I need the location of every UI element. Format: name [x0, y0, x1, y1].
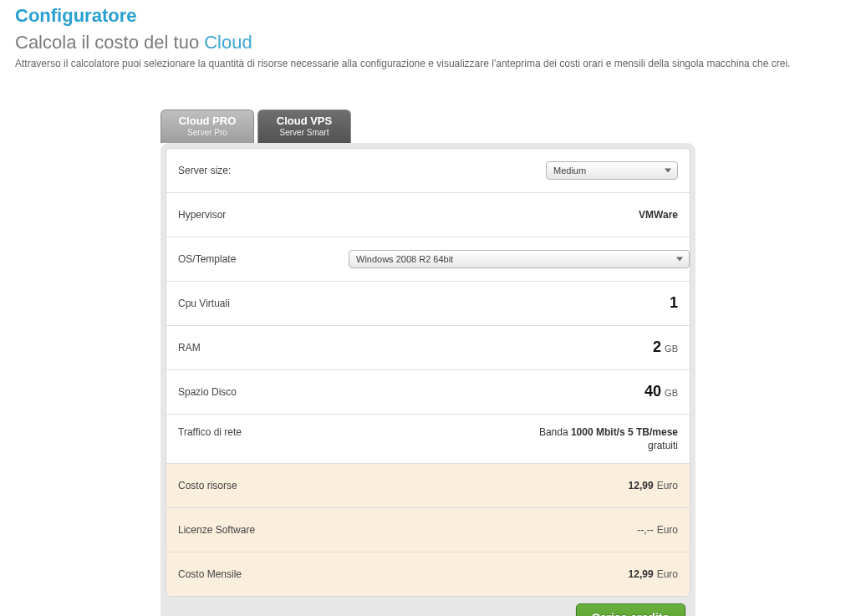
traffic-free: gratuiti — [312, 440, 678, 451]
label-traffic: Traffico di rete — [178, 426, 312, 438]
currency-cost-resources: Euro — [657, 480, 678, 491]
page-title: Configuratore — [15, 3, 841, 32]
os-template-select-value: Windows 2008 R2 64bit — [356, 254, 453, 264]
label-cost-monthly: Costo Mensile — [178, 568, 312, 580]
tab-bar: Cloud PRO Server Pro Cloud VPS Server Sm… — [160, 109, 696, 142]
page-subtitle: Calcola il costo del tuo Cloud — [15, 32, 841, 57]
row-os-template: OS/Template Windows 2008 R2 64bit — [166, 237, 690, 281]
currency-cost-monthly: Euro — [657, 568, 678, 580]
tab-cloud-pro-subtitle: Server Pro — [161, 128, 253, 138]
label-server-size: Server size: — [178, 165, 312, 176]
unit-disk: GB — [665, 388, 678, 398]
label-cpu: Cpu Virtuali — [178, 298, 312, 309]
tab-cloud-pro-title: Cloud PRO — [179, 115, 237, 127]
server-size-select[interactable]: Medium — [546, 161, 678, 180]
load-credit-button[interactable]: Carica credito — [576, 603, 685, 616]
row-hypervisor: Hypervisor VMWare — [166, 192, 690, 237]
unit-ram: GB — [665, 344, 678, 354]
configurator-panel: Server size: Medium Hypervisor VMWare OS… — [160, 143, 696, 616]
value-ram: 2 — [653, 339, 661, 355]
value-licenses: --,-- — [637, 524, 653, 536]
row-traffic: Traffico di rete Banda 1000 Mbit/s 5 TB/… — [166, 414, 690, 463]
subtitle-text: Calcola il costo del tuo — [15, 32, 204, 53]
subtitle-accent: Cloud — [204, 32, 252, 53]
label-disk: Spazio Disco — [178, 386, 312, 398]
row-cpu: Cpu Virtuali 1 — [166, 281, 690, 325]
currency-licenses: Euro — [657, 524, 678, 536]
value-cpu: 1 — [670, 294, 678, 311]
page-description: Attraverso il calcolatore puoi seleziona… — [15, 57, 818, 91]
value-cost-monthly: 12,99 — [629, 568, 654, 580]
tab-cloud-vps-title: Cloud VPS — [277, 115, 332, 127]
panel-footer: Carica credito — [166, 597, 690, 616]
traffic-bold: 1000 Mbit/s 5 TB/mese — [571, 426, 678, 438]
row-server-size: Server size: Medium — [166, 149, 690, 192]
server-size-select-value: Medium — [553, 165, 586, 176]
label-ram: RAM — [178, 342, 312, 354]
row-licenses: Licenze Software --,--Euro — [166, 507, 690, 552]
row-ram: RAM 2GB — [166, 325, 690, 369]
value-hypervisor: VMWare — [639, 209, 678, 221]
traffic-prefix: Banda — [539, 426, 571, 438]
row-cost-resources: Costo risorse 12,99Euro — [166, 463, 690, 507]
tab-cloud-pro[interactable]: Cloud PRO Server Pro — [160, 109, 254, 142]
configurator: Cloud PRO Server Pro Cloud VPS Server Sm… — [160, 109, 696, 616]
label-hypervisor: Hypervisor — [178, 209, 312, 221]
os-template-select[interactable]: Windows 2008 R2 64bit — [349, 250, 690, 268]
label-os-template: OS/Template — [178, 253, 312, 265]
label-licenses: Licenze Software — [178, 524, 312, 536]
tab-cloud-vps-subtitle: Server Smart — [258, 128, 350, 138]
label-cost-resources: Costo risorse — [178, 480, 312, 491]
row-cost-monthly: Costo Mensile 12,99Euro — [166, 552, 690, 596]
value-disk: 40 — [645, 383, 661, 400]
row-disk: Spazio Disco 40GB — [166, 369, 690, 414]
tab-cloud-vps[interactable]: Cloud VPS Server Smart — [257, 109, 351, 142]
value-cost-resources: 12,99 — [629, 480, 654, 491]
